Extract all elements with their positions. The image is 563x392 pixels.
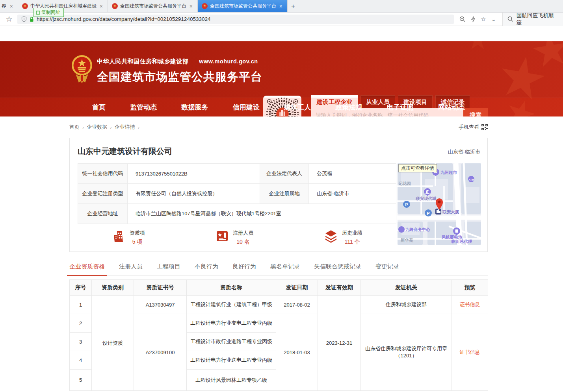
tab-close-icon[interactable]: ×: [99, 3, 104, 9]
company-region: 山东省-临沂市: [448, 148, 480, 155]
main-nav: 首页 监管动态 数据服务 信用建设 建筑工人 政策法规 电子证照 网站动态: [0, 98, 563, 116]
url-bar[interactable]: https://jzsc.mohurd.gov.cn/data/company/…: [17, 15, 454, 24]
browser-tab-jzsc-1[interactable]: 全国建筑市场监管公共服务平台 ×: [108, 0, 198, 12]
site-header: 中华人民共和国住房和城乡建设部 www.mohurd.gov.cn 全国建筑市场…: [0, 41, 563, 116]
tab-good-behavior[interactable]: 良好行为: [232, 263, 256, 275]
cell-no: 5: [70, 370, 92, 391]
cell-issue-date: 2018-01-03: [276, 314, 318, 391]
tab-close-icon[interactable]: ×: [189, 3, 193, 9]
credit-code-value: 91371302675501022B: [128, 164, 260, 184]
company-location-map[interactable]: 点击可查看详情: [398, 163, 481, 245]
stat-value: 10 名: [233, 239, 253, 246]
cell-qual-name: 工程设计市政行业道路工程专业丙级: [187, 333, 276, 351]
cell-category: 设计资质: [92, 296, 134, 391]
tab-registered-personnel[interactable]: 注册人员: [119, 263, 143, 275]
tab-bad-behavior[interactable]: 不良行为: [195, 263, 218, 275]
svg-text:九峰商务中心: 九峰商务中心: [405, 227, 431, 232]
emblem-favicon-icon: [22, 3, 28, 9]
reg-place-value: 山东省-临沂市: [309, 184, 396, 204]
nav-item-e-license[interactable]: 电子证照: [387, 103, 414, 112]
favorite-star-icon[interactable]: ☆: [481, 16, 486, 23]
nav-item-credit[interactable]: 信用建设: [233, 103, 260, 112]
svg-text:新华苑: 新华苑: [400, 238, 413, 242]
company-info-table: 统一社会信用代码 91371302675501022B 企业法定代表人 公茂福 …: [78, 163, 396, 224]
zoom-out-icon[interactable]: [459, 16, 466, 22]
browser-tab-jzsc-active[interactable]: 全国建筑市场监管公共服务平台 ×: [198, 0, 288, 12]
lightning-icon[interactable]: [471, 16, 476, 22]
https-lock-icon[interactable]: [30, 17, 34, 22]
cell-no: 2: [70, 314, 92, 333]
breadcrumb-separator: ›: [138, 124, 139, 130]
tab-title: 全国建筑市场监管公共服务平台: [210, 3, 276, 9]
copy-url-tooltip: 复制网址: [33, 8, 64, 17]
national-emblem-icon: [71, 54, 93, 84]
nav-item-data-service[interactable]: 数据服务: [182, 103, 208, 112]
svg-text:记花园: 记花园: [398, 181, 411, 186]
browser-toolbar: ☆ https://jzsc.mohurd.gov.cn/data/compan…: [0, 13, 563, 26]
field-label: 企业注册属地: [260, 184, 309, 204]
mobile-view-label[interactable]: 手机查看: [459, 124, 479, 131]
svg-text:联安大厦: 联安大厦: [442, 209, 459, 214]
tab-qualifications[interactable]: 企业资质资格: [69, 263, 105, 275]
reg-type-value: 有限责任公司（自然人投资或控股）: [128, 184, 260, 204]
browser-tab-partial[interactable]: 界 ×: [0, 0, 18, 12]
certificate-info-link[interactable]: 证书信息: [460, 349, 480, 355]
tab-dishonesty-records[interactable]: 失信联合惩戒记录: [314, 263, 361, 275]
ministry-name: 中华人民共和国住房和城乡建设部: [97, 58, 189, 65]
company-summary-card: 山东中元建筑设计有限公司 山东省-临沂市 统一社会信用代码 9137130267…: [69, 138, 488, 252]
table-header-row: 序号 资质类别 资质证书号 资质名称 发证日期 发证有效期 发证机关 预览: [70, 280, 488, 296]
nav-item-home[interactable]: 首页: [92, 103, 106, 112]
col-header-category: 资质类别: [92, 280, 134, 296]
tab-blacklist[interactable]: 黑名单记录: [270, 263, 300, 275]
browser-search-box[interactable]: 国航回应飞机颠簸: [502, 13, 563, 26]
new-tab-button[interactable]: +: [288, 0, 299, 12]
stat-label: 注册人员: [233, 229, 253, 237]
copy-icon: [36, 11, 40, 15]
field-label: 企业登记注册类型: [78, 184, 128, 204]
qualification-table: 序号 资质类别 资质证书号 资质名称 发证日期 发证有效期 发证机关 预览 1 …: [69, 279, 488, 391]
breadcrumb-company-data[interactable]: 企业数据: [87, 124, 107, 131]
browser-tabstrip: 界 × 中华人民共和国住房和城乡建设 × 全国建筑市场监管公共服务平台 × 全国…: [0, 0, 563, 13]
nav-item-workers[interactable]: 建筑工人: [284, 103, 311, 112]
breadcrumb-separator: ›: [110, 124, 111, 130]
tab-close-icon[interactable]: ×: [279, 3, 283, 9]
legal-rep-value: 公茂福: [309, 164, 396, 184]
cell-authority: 山东省住房和城乡建设厅许可专用章（1201）: [361, 314, 452, 391]
cell-qual-name: 工程设计建筑行业（建筑工程）甲级: [187, 296, 276, 314]
col-header-no: 序号: [70, 280, 92, 296]
tab-title: 全国建筑市场监管公共服务平台: [120, 3, 186, 9]
nav-item-supervision[interactable]: 监管动态: [130, 103, 157, 112]
qr-code-icon[interactable]: [481, 124, 488, 130]
breadcrumb: 首页 › 企业数据 › 企业详情 › 手机查看: [69, 116, 488, 138]
certificate-info-link[interactable]: 证书信息: [460, 301, 480, 307]
svg-text:九州超市: 九州超市: [440, 170, 457, 175]
svg-text:ATM: ATM: [468, 178, 474, 181]
tab-close-icon[interactable]: ×: [9, 3, 14, 9]
platform-title: 全国建筑市场监管公共服务平台: [97, 69, 262, 85]
nav-item-policy[interactable]: 政策法规: [335, 103, 362, 112]
url-text[interactable]: https://jzsc.mohurd.gov.cn/data/company/…: [37, 16, 210, 22]
stat-qualifications[interactable]: 资质项 5 项: [112, 229, 145, 246]
svg-text:P: P: [427, 211, 429, 216]
nav-item-site-news[interactable]: 网站动态: [438, 103, 465, 112]
breadcrumb-company-detail[interactable]: 企业详情: [115, 124, 135, 131]
ministry-website: www.mohurd.gov.cn: [199, 58, 258, 65]
shield-icon[interactable]: [21, 16, 27, 22]
cell-no: 3: [70, 333, 92, 351]
bookmark-star-icon[interactable]: ☆: [3, 15, 15, 24]
building-icon: [112, 229, 126, 244]
tab-projects[interactable]: 工程项目: [157, 263, 180, 275]
company-name: 山东中元建筑设计有限公司: [78, 146, 172, 157]
breadcrumb-home[interactable]: 首页: [69, 124, 80, 131]
table-row: 1 设计资质 A137030497 工程设计建筑行业（建筑工程）甲级 2017-…: [70, 296, 488, 314]
stat-label: 历史业绩: [342, 229, 362, 237]
col-header-authority: 发证机关: [361, 280, 452, 296]
tab-change-records[interactable]: 变更记录: [375, 263, 399, 275]
browser-search-text[interactable]: 国航回应飞机颠簸: [517, 12, 558, 26]
chevron-down-icon[interactable]: ⌄: [491, 16, 496, 23]
col-header-issue-date: 发证日期: [276, 280, 318, 296]
stat-registered-personnel[interactable]: 注册人员 10 名: [216, 229, 253, 246]
toolbar-right-icons: ☆ ⌄: [459, 16, 496, 23]
cell-cert-no: A137030497: [134, 296, 187, 314]
stat-history-performance[interactable]: 历史业绩 111 个: [324, 229, 362, 246]
